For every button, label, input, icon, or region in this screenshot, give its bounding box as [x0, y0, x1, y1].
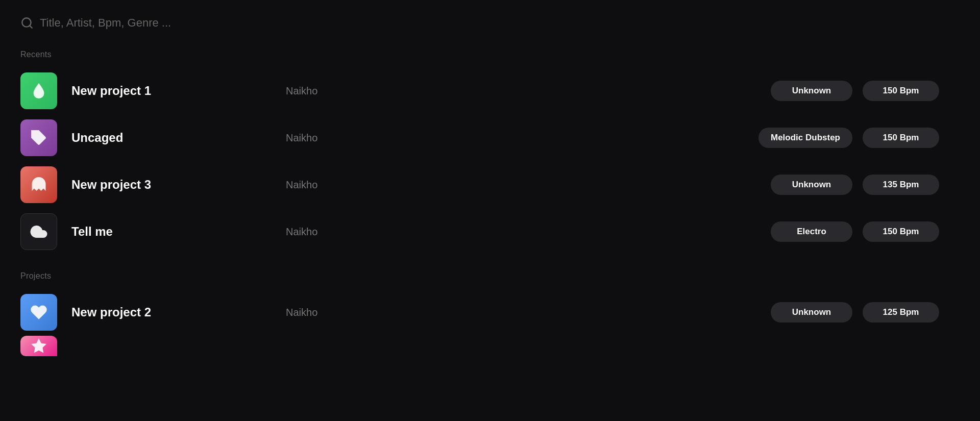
track-item-uncaged[interactable]: UncagedNaikhoMelodic Dubstep150 Bpm	[20, 114, 960, 161]
track-genre-new-project-1: Unknown	[771, 81, 852, 101]
track-bpm-tell-me: 150 Bpm	[863, 221, 939, 242]
section-projects: ProjectsNew project 2NaikhoUnknown125 Bp…	[20, 271, 960, 356]
track-bpm-new-project-1: 150 Bpm	[863, 81, 939, 101]
track-item-new-project-2[interactable]: New project 2NaikhoUnknown125 Bpm	[20, 289, 960, 336]
search-icon	[20, 16, 34, 30]
track-item-partial[interactable]	[20, 336, 960, 356]
track-artist-uncaged: Naikho	[286, 132, 439, 144]
track-thumbnail-partial	[20, 336, 57, 356]
section-label-projects: Projects	[20, 271, 960, 281]
track-title-new-project-3: New project 3	[71, 178, 286, 192]
track-title-new-project-1: New project 1	[71, 84, 286, 98]
track-genre-tell-me: Electro	[771, 221, 852, 242]
track-thumbnail-new-project-3	[20, 166, 57, 203]
track-thumbnail-uncaged	[20, 119, 57, 156]
track-title-tell-me: Tell me	[71, 225, 286, 239]
search-bar	[20, 12, 960, 34]
track-bpm-uncaged: 150 Bpm	[863, 128, 939, 148]
track-artist-tell-me: Naikho	[286, 226, 439, 238]
track-item-new-project-3[interactable]: New project 3NaikhoUnknown135 Bpm	[20, 161, 960, 208]
track-bpm-new-project-3: 135 Bpm	[863, 175, 939, 195]
track-title-uncaged: Uncaged	[71, 131, 286, 145]
sections-container: RecentsNew project 1NaikhoUnknown150 Bpm…	[20, 50, 960, 356]
track-item-tell-me[interactable]: Tell meNaikhoElectro150 Bpm	[20, 208, 960, 255]
track-bpm-new-project-2: 125 Bpm	[863, 302, 939, 323]
track-thumbnail-tell-me	[20, 213, 57, 250]
section-recents: RecentsNew project 1NaikhoUnknown150 Bpm…	[20, 50, 960, 255]
search-input[interactable]	[40, 16, 295, 30]
track-list-projects: New project 2NaikhoUnknown125 Bpm	[20, 289, 960, 356]
track-list-recents: New project 1NaikhoUnknown150 BpmUncaged…	[20, 67, 960, 255]
app-container: RecentsNew project 1NaikhoUnknown150 Bpm…	[0, 0, 980, 385]
track-artist-new-project-1: Naikho	[286, 85, 439, 97]
track-title-new-project-2: New project 2	[71, 305, 286, 319]
svg-line-1	[30, 26, 32, 28]
track-genre-new-project-2: Unknown	[771, 302, 852, 323]
track-genre-new-project-3: Unknown	[771, 175, 852, 195]
section-label-recents: Recents	[20, 50, 960, 59]
track-artist-new-project-2: Naikho	[286, 307, 439, 318]
track-item-new-project-1[interactable]: New project 1NaikhoUnknown150 Bpm	[20, 67, 960, 114]
svg-marker-3	[31, 338, 46, 353]
track-thumbnail-new-project-1	[20, 72, 57, 109]
track-artist-new-project-3: Naikho	[286, 179, 439, 191]
track-genre-uncaged: Melodic Dubstep	[758, 128, 852, 148]
track-thumbnail-new-project-2	[20, 294, 57, 331]
